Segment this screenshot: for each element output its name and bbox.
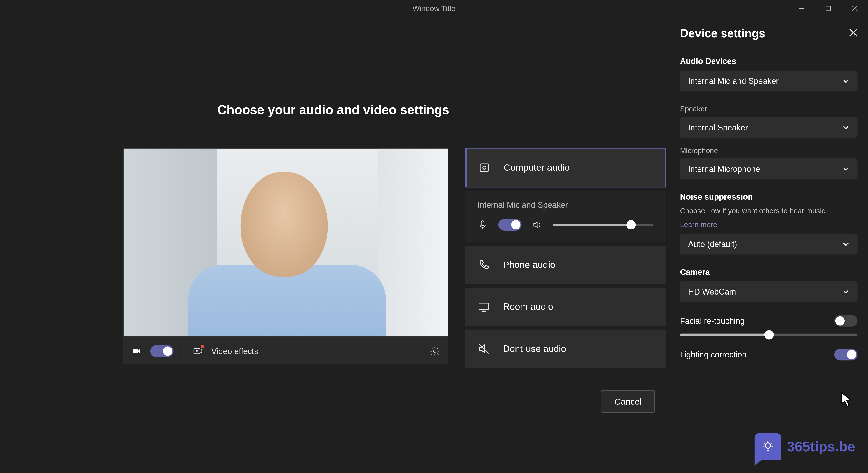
noise-suppression-hint: Choose Low if you want others to hear mu… — [680, 206, 858, 216]
title-bar: Window Title — [0, 0, 868, 16]
lighting-correction-toggle[interactable] — [834, 348, 858, 360]
audio-devices-label: Audio Devices — [680, 57, 858, 66]
microphone-section: Microphone Internal Microphone — [680, 146, 858, 179]
main-area: Choose your audio and video settings — [0, 16, 868, 473]
speaker-select[interactable]: Internal Speaker — [680, 117, 858, 138]
svg-point-6 — [434, 350, 436, 352]
noise-suppression-select[interactable]: Auto (default) — [680, 233, 858, 254]
minimize-button[interactable] — [788, 0, 814, 16]
svg-point-8 — [483, 166, 486, 169]
audio-option-label: Computer audio — [504, 162, 570, 173]
svg-rect-1 — [826, 6, 830, 11]
chevron-down-icon — [842, 78, 849, 85]
microphone-label: Microphone — [680, 146, 858, 156]
microphone-icon — [477, 219, 488, 230]
action-buttons: Cancel — [601, 390, 655, 413]
audio-option-room[interactable]: Room audio — [465, 288, 666, 326]
select-value: Internal Speaker — [688, 122, 748, 132]
device-settings-panel: Device settings Audio Devices Internal M… — [666, 16, 868, 473]
video-placeholder — [124, 149, 448, 336]
microphone-select[interactable]: Internal Microphone — [680, 158, 858, 179]
lighting-correction-label: Lighting correction — [680, 350, 747, 359]
panel-title: Device settings — [680, 27, 765, 40]
page-heading: Choose your audio and video settings — [0, 102, 666, 118]
audio-devices-section: Audio Devices Internal Mic and Speaker — [680, 57, 858, 92]
audio-option-label: Dont´use audio — [503, 344, 566, 354]
camera-select[interactable]: HD WebCam — [680, 281, 858, 302]
audio-controls-row — [477, 219, 653, 231]
watermark-text: 365tips.be — [787, 438, 855, 455]
panel-close-button[interactable] — [849, 28, 858, 39]
select-value: Auto (default) — [688, 239, 737, 248]
notification-dot — [201, 344, 204, 348]
facial-retouching-label: Facial re-touching — [680, 316, 745, 325]
lightbulb-icon — [754, 433, 781, 460]
video-effects-label[interactable]: Video effects — [211, 346, 258, 355]
speaker-off-icon — [477, 342, 490, 355]
select-value: HD WebCam — [688, 287, 736, 296]
window-title: Window Title — [412, 4, 456, 13]
svg-point-14 — [765, 443, 770, 448]
noise-suppression-label: Noise suppression — [680, 192, 858, 202]
close-button[interactable] — [841, 0, 868, 16]
microphone-toggle[interactable] — [498, 219, 522, 231]
maximize-button[interactable] — [814, 0, 841, 16]
noise-suppression-section: Noise suppression Choose Low if you want… — [680, 192, 858, 254]
chevron-down-icon — [842, 240, 849, 247]
video-effects-icon[interactable] — [193, 346, 203, 356]
chevron-down-icon — [842, 165, 849, 172]
audio-options: Computer audio Internal Mic and Speaker — [465, 148, 666, 368]
speaker-label: Speaker — [680, 104, 858, 114]
audio-option-label: Room audio — [503, 302, 553, 312]
facial-retouching-row: Facial re-touching — [680, 315, 858, 326]
svg-rect-9 — [481, 221, 484, 226]
svg-rect-10 — [479, 303, 489, 309]
audio-option-phone[interactable]: Phone audio — [465, 246, 666, 284]
audio-option-label: Phone audio — [503, 260, 555, 270]
watermark: 365tips.be — [754, 433, 855, 460]
center-column: Choose your audio and video settings — [0, 16, 666, 473]
chevron-down-icon — [842, 124, 849, 131]
audio-devices-select[interactable]: Internal Mic and Speaker — [680, 70, 858, 92]
video-preview — [123, 148, 448, 336]
panel-header: Device settings — [680, 27, 858, 40]
volume-slider[interactable] — [553, 224, 653, 226]
select-value: Internal Mic and Speaker — [688, 76, 779, 86]
volume-icon — [532, 219, 542, 230]
speaker-section: Speaker Internal Speaker — [680, 104, 858, 138]
audio-option-none[interactable]: Dont´use audio — [465, 330, 666, 368]
audio-sub-panel: Internal Mic and Speaker — [465, 191, 666, 242]
camera-toggle[interactable] — [150, 345, 174, 357]
speaker-device-icon — [478, 161, 491, 174]
app-window: Window Title Choose your audio and video… — [0, 0, 868, 473]
facial-retouching-toggle[interactable] — [834, 315, 858, 326]
phone-icon — [477, 259, 490, 271]
window-controls — [788, 0, 868, 16]
svg-point-5 — [196, 350, 198, 352]
camera-section: Camera HD WebCam — [680, 267, 858, 302]
facial-retouching-slider[interactable] — [680, 333, 858, 335]
camera-icon — [131, 346, 142, 356]
cancel-button[interactable]: Cancel — [601, 390, 655, 413]
video-preview-card: Video effects — [123, 148, 448, 364]
video-settings-button[interactable] — [430, 346, 440, 356]
learn-more-link[interactable]: Learn more — [680, 220, 717, 229]
lighting-correction-row: Lighting correction — [680, 348, 858, 360]
svg-rect-7 — [480, 164, 489, 171]
svg-rect-4 — [194, 348, 200, 353]
monitor-icon — [477, 300, 490, 314]
audio-device-name: Internal Mic and Speaker — [477, 200, 653, 210]
audio-option-computer[interactable]: Computer audio — [465, 148, 666, 187]
facial-retouching-slider-row — [680, 333, 858, 335]
chevron-down-icon — [842, 288, 849, 295]
select-value: Internal Microphone — [688, 164, 760, 173]
video-toolbar: Video effects — [123, 337, 448, 365]
camera-label: Camera — [680, 267, 858, 276]
toolbar-divider — [183, 337, 184, 364]
watermark-icon — [754, 433, 781, 460]
